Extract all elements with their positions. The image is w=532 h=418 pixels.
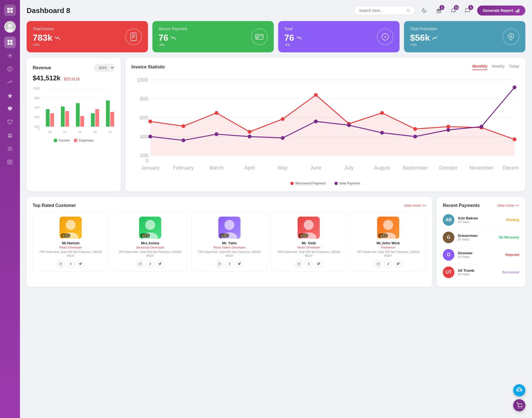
sidebar-item-favorites[interactable]: [4, 90, 16, 101]
customer-socials: [36, 260, 106, 268]
user-avatar[interactable]: [4, 21, 16, 33]
svg-point-98: [380, 131, 384, 135]
sidebar-logo[interactable]: [4, 4, 16, 16]
customer-card: ★ 4.2 Mr.John Wick Freelancer 795 Folsom…: [350, 212, 426, 272]
float-cart-button[interactable]: [513, 399, 525, 411]
svg-text:0: 0: [145, 158, 148, 164]
customer-card: ★ 4.2 Mr. Yatin React Native Developer 7…: [191, 212, 267, 272]
payment-info: Griezerman 24 Years: [458, 234, 495, 241]
facebook-icon[interactable]: [226, 260, 233, 268]
facebook-icon[interactable]: [146, 260, 154, 268]
bell-button[interactable]: 12: [448, 6, 458, 16]
svg-rect-9: [10, 43, 12, 45]
twitter-icon[interactable]: [156, 260, 164, 268]
twitter-icon[interactable]: [236, 260, 243, 268]
tab-today[interactable]: Today: [509, 64, 519, 70]
theme-toggle[interactable]: [420, 6, 429, 16]
payment-item: UT Uli Trumb 24 Years Recovered: [443, 264, 519, 281]
sidebar-item-info[interactable]: [4, 63, 16, 75]
svg-point-24: [407, 9, 410, 12]
customer-socials: [115, 260, 185, 268]
customer-card: ★ 4.2 Mr.Hariom React Developer 795 Fols…: [33, 212, 109, 272]
facebook-icon[interactable]: [305, 260, 313, 268]
stat-card-total[interactable]: Total 76 -4%: [278, 21, 400, 52]
sidebar-item-heart1[interactable]: [4, 103, 16, 115]
twitter-icon[interactable]: [77, 260, 85, 268]
bar-chart-icon: [515, 8, 520, 13]
svg-text:09: 09: [93, 130, 97, 134]
instagram-icon[interactable]: [295, 260, 303, 268]
sidebar-item-settings[interactable]: [4, 50, 16, 61]
stat-trend: -4%: [284, 43, 302, 47]
customer-name: Mr.Hariom: [36, 241, 106, 245]
header: Dashboard 8 2 12 5 Generate Repo: [27, 6, 525, 16]
twitter-icon[interactable]: [315, 260, 323, 268]
facebook-icon[interactable]: [67, 260, 75, 268]
svg-rect-30: [516, 11, 516, 12]
legend-income: Income: [54, 139, 70, 142]
customers-title: Top Rated Customer: [33, 203, 76, 208]
svg-text:400: 400: [35, 116, 40, 119]
svg-text:November: November: [469, 165, 493, 171]
sidebar-item-heart2[interactable]: [4, 116, 16, 128]
customers-view-more[interactable]: View more >>: [404, 203, 426, 207]
payment-status: Pending: [506, 218, 519, 222]
stat-card-secure-payment[interactable]: Secure Payment 76 -4%: [152, 21, 274, 52]
sidebar-item-analytics[interactable]: [4, 76, 16, 88]
svg-point-81: [214, 111, 218, 115]
customer-name: Mrs.Asima: [115, 241, 185, 245]
rating-badge: ★ 4.2: [378, 234, 388, 238]
instagram-icon[interactable]: [216, 260, 223, 268]
tab-monthly[interactable]: Monthly: [472, 64, 487, 70]
rating-badge: ★ 4.2: [61, 234, 70, 238]
header-actions: 2 12 5 Generate Report: [354, 6, 525, 16]
sidebar-item-menu[interactable]: [4, 143, 16, 155]
svg-rect-56: [61, 106, 65, 127]
generate-report-button[interactable]: Generate Report: [477, 6, 525, 16]
float-support-button[interactable]: [513, 384, 525, 396]
svg-rect-57: [65, 111, 69, 127]
svg-rect-65: [106, 100, 110, 127]
invoice-tabs: Monthly Weekly Today: [472, 64, 519, 70]
payment-name: Uli Trumb: [458, 268, 499, 273]
customer-addr: 795 Folsom Ave, Suite 600 San Francisco,…: [36, 250, 106, 258]
svg-point-130: [304, 220, 314, 230]
payment-avatar: AB: [443, 214, 454, 226]
moon-icon: [422, 8, 427, 13]
svg-text:January: January: [141, 165, 160, 171]
sidebar-item-dashboard[interactable]: [4, 37, 16, 48]
customer-name: Mr. Yatin: [195, 241, 264, 245]
customer-name: Mr. Osib: [274, 241, 344, 245]
customer-role: React Native Developer: [195, 246, 264, 249]
year-select[interactable]: 2023 2022 2021: [94, 64, 115, 71]
payments-view-more[interactable]: View more >>: [497, 203, 519, 207]
stat-card-total-invoice[interactable]: Total invoice 783k +4%: [27, 21, 148, 52]
invoice-line-chart: 1000 800 600 400 200 0: [131, 75, 519, 179]
search-input[interactable]: [359, 8, 404, 13]
search-box[interactable]: [354, 6, 415, 15]
instagram-icon[interactable]: [374, 260, 382, 268]
gift-button[interactable]: 2: [434, 6, 444, 16]
bell-badge: 12: [454, 5, 459, 10]
svg-text:800: 800: [140, 96, 148, 102]
instagram-icon[interactable]: [57, 260, 65, 268]
chat-button[interactable]: 5: [463, 6, 473, 16]
svg-point-10: [9, 55, 11, 57]
sidebar-item-print[interactable]: [4, 130, 16, 141]
tab-weekly[interactable]: Weekly: [492, 64, 505, 70]
svg-text:September: September: [402, 165, 428, 171]
stat-icon-circle: [377, 29, 393, 45]
svg-rect-59: [76, 103, 80, 127]
svg-point-118: [60, 263, 62, 265]
svg-text:06: 06: [48, 130, 52, 134]
payment-item: G Griezerman 24 Years On Recovery: [443, 229, 519, 246]
svg-rect-1: [10, 8, 13, 10]
svg-rect-37: [255, 34, 263, 39]
stat-icon-circle: [503, 29, 519, 45]
instagram-icon[interactable]: [136, 260, 144, 268]
stat-card-total-promotion[interactable]: Total Promotion $56k +4%: [404, 21, 525, 52]
facebook-icon[interactable]: [384, 260, 392, 268]
twitter-icon[interactable]: [394, 260, 402, 268]
sidebar-item-list[interactable]: [4, 156, 16, 168]
customer-addr: 795 Folsom Ave, Suite 600 San Francisco,…: [353, 250, 423, 258]
